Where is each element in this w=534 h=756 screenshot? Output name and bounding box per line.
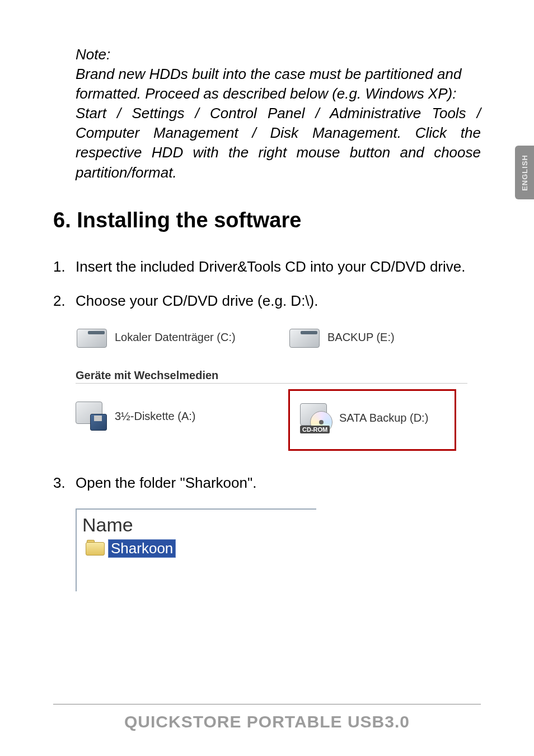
- drive-floppy-a-label: 3½-Diskette (A:): [115, 410, 195, 423]
- step-2-number: 2.: [53, 292, 76, 310]
- drives-figure: Lokaler Datenträger (C:) BACKUP (E:) Ger…: [76, 326, 467, 451]
- note-line-2: Start / Settings / Control Panel / Admin…: [76, 104, 481, 182]
- folder-name-label: Sharkoon: [108, 539, 176, 558]
- floppy-icon: [76, 402, 108, 432]
- step-2-text: Choose your CD/DVD drive (e.g. D:\).: [76, 292, 481, 310]
- language-tab-label: ENGLISH: [521, 155, 529, 191]
- drive-backup-e-label: BACKUP (E:): [327, 331, 395, 344]
- step-3: 3. Open the folder "Sharkoon".: [53, 474, 481, 492]
- step-1: 1. Insert the included Driver&Tools CD i…: [53, 258, 481, 276]
- step-2: 2. Choose your CD/DVD drive (e.g. D:\).: [53, 292, 481, 310]
- step-1-number: 1.: [53, 258, 76, 276]
- drive-floppy-a: 3½-Diskette (A:): [76, 402, 288, 432]
- column-header-name: Name: [82, 514, 316, 536]
- note-label: Note:: [76, 45, 481, 64]
- folder-row-sharkoon: Sharkoon: [86, 539, 316, 558]
- drive-sata-d-label: SATA Backup (D:): [339, 412, 428, 424]
- step-1-text: Insert the included Driver&Tools CD into…: [76, 258, 481, 276]
- drive-local-c-label: Lokaler Datenträger (C:): [115, 331, 236, 344]
- folder-figure: Name Sharkoon: [76, 508, 316, 591]
- removable-section-label: Geräte mit Wechselmedien: [76, 369, 467, 384]
- cdrom-icon: CD-ROM: [300, 403, 332, 433]
- drive-local-c: Lokaler Datenträger (C:): [76, 326, 288, 349]
- folder-icon: [86, 541, 105, 556]
- cdrom-badge: CD-ROM: [300, 426, 330, 433]
- footer-title: QUICKSTORE PORTABLE USB3.0: [53, 712, 481, 731]
- highlighted-drive-box: CD-ROM SATA Backup (D:): [288, 389, 456, 451]
- step-3-text: Open the folder "Sharkoon".: [76, 474, 481, 492]
- hdd-icon: [288, 326, 321, 349]
- section-heading: 6. Installing the software: [53, 208, 481, 232]
- note-block: Note: Brand new HDDs built into the case…: [76, 45, 481, 183]
- page-footer: QUICKSTORE PORTABLE USB3.0: [53, 704, 481, 731]
- note-line-1: Brand new HDDs built into the case must …: [76, 64, 481, 104]
- step-3-number: 3.: [53, 474, 76, 492]
- drive-backup-e: BACKUP (E:): [288, 326, 395, 349]
- hdd-icon: [76, 326, 108, 349]
- drive-sata-d: CD-ROM SATA Backup (D:): [300, 403, 444, 433]
- language-tab: ENGLISH: [515, 146, 534, 199]
